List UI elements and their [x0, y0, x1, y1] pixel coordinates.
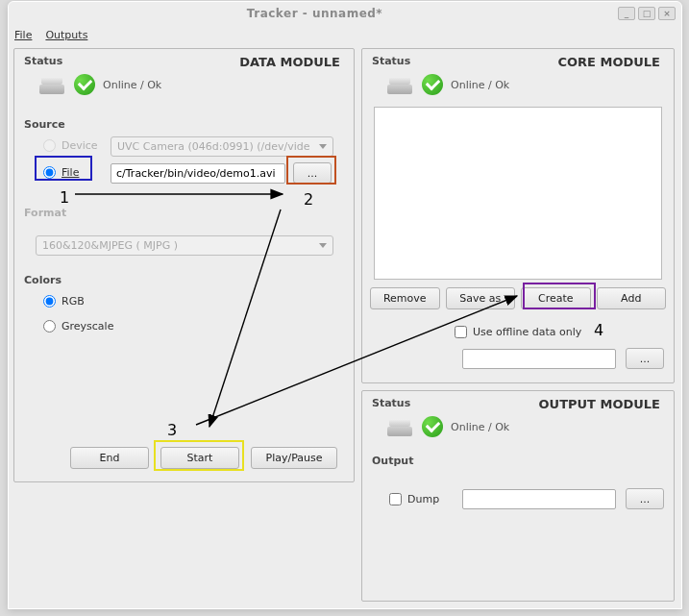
dump-path-input[interactable]	[462, 489, 616, 509]
check-icon	[74, 74, 95, 95]
format-label: Format	[24, 207, 66, 219]
dump-checkbox[interactable]	[389, 493, 402, 505]
offline-checkbox-row: Use offline data only	[455, 326, 581, 338]
saveas-button[interactable]: Save as	[446, 287, 516, 309]
data-module-panel: DATA MODULE Status Online / Ok Source De…	[13, 48, 355, 482]
source-label: Source	[24, 118, 65, 131]
minimize-button[interactable]: _	[618, 7, 635, 20]
grey-row: Greyscale	[43, 320, 113, 333]
offline-path-input[interactable]	[462, 349, 616, 369]
menubar: File Outputs	[9, 25, 681, 44]
dump-label: Dump	[407, 493, 439, 505]
dump-row: Dump	[389, 493, 439, 505]
offline-browse-button[interactable]: ...	[626, 348, 664, 369]
status-text: Online / Ok	[103, 79, 161, 91]
status-label: Status	[24, 55, 62, 67]
menu-file[interactable]: File	[14, 29, 32, 41]
drive-icon	[385, 417, 414, 436]
drive-icon	[37, 75, 66, 94]
drive-icon	[385, 75, 414, 94]
file-browse-button[interactable]: ...	[293, 162, 332, 184]
window-title: Tracker - unnamed*	[14, 7, 615, 20]
rgb-row: RGB	[43, 295, 85, 308]
maximize-button[interactable]: □	[638, 7, 655, 20]
dump-browse-button[interactable]: ...	[626, 488, 664, 509]
titlebar: Tracker - unnamed* _ □ ×	[9, 2, 681, 25]
grey-radio[interactable]	[43, 320, 56, 333]
play-pause-button[interactable]: Play/Pause	[251, 447, 337, 469]
rgb-radio[interactable]	[43, 295, 56, 308]
grey-label: Greyscale	[62, 320, 113, 333]
menu-outputs[interactable]: Outputs	[45, 29, 87, 41]
content-area: DATA MODULE Status Online / Ok Source De…	[13, 48, 677, 604]
file-input[interactable]	[111, 163, 285, 184]
chevron-down-icon	[319, 144, 327, 149]
end-button[interactable]: End	[70, 447, 149, 469]
offline-label: Use offline data only	[473, 326, 581, 338]
app-window: Tracker - unnamed* _ □ × File Outputs DA…	[8, 1, 682, 609]
out-status-text: Online / Ok	[451, 421, 509, 433]
out-status-block: Online / Ok	[385, 416, 509, 437]
core-status-block: Online / Ok	[385, 74, 509, 95]
output-label: Output	[372, 455, 413, 467]
core-module-title: CORE MODULE	[557, 55, 660, 69]
create-button[interactable]: Create	[521, 287, 591, 309]
colors-label: Colors	[24, 274, 62, 286]
file-radio[interactable]	[43, 166, 56, 179]
remove-button[interactable]: Remove	[370, 287, 440, 309]
device-select[interactable]: UVC Camera (046d:0991) (/dev/vide	[111, 136, 333, 157]
core-status-text: Online / Ok	[451, 79, 509, 91]
device-radio[interactable]	[43, 139, 56, 152]
add-button[interactable]: Add	[597, 287, 667, 309]
file-radio-label: File	[62, 166, 79, 179]
check-icon	[422, 416, 443, 437]
rgb-label: RGB	[62, 295, 85, 308]
device-row: Device	[43, 139, 98, 152]
output-module-panel: OUTPUT MODULE Status Online / Ok Output …	[361, 390, 675, 602]
out-status-label: Status	[372, 397, 410, 409]
start-button[interactable]: Start	[160, 447, 239, 469]
close-button[interactable]: ×	[658, 7, 676, 20]
check-icon	[422, 74, 443, 95]
device-radio-label: Device	[62, 139, 98, 152]
file-row: File	[43, 166, 79, 179]
chevron-down-icon	[319, 243, 327, 248]
offline-checkbox[interactable]	[455, 326, 467, 338]
output-module-title: OUTPUT MODULE	[539, 397, 660, 411]
core-status-label: Status	[372, 55, 410, 67]
core-listbox[interactable]	[374, 107, 662, 280]
status-block: Online / Ok	[37, 74, 161, 95]
data-module-title: DATA MODULE	[239, 55, 340, 69]
core-module-panel: CORE MODULE Status Online / Ok Remove Sa…	[361, 48, 675, 383]
format-select[interactable]: 160&120&MJPEG ( MJPG )	[36, 235, 333, 256]
